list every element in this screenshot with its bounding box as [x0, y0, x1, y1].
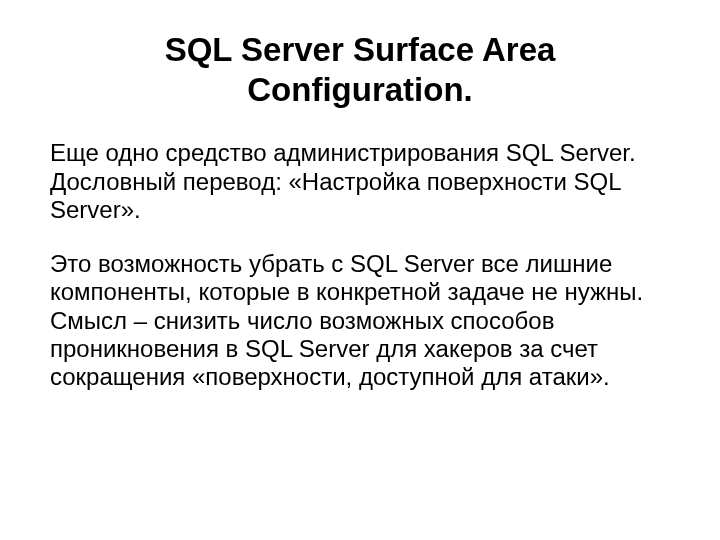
slide-title: SQL Server Surface Area Configuration.: [50, 30, 670, 109]
slide-container: SQL Server Surface Area Configuration. Е…: [0, 0, 720, 540]
paragraph-2: Это возможность убрать с SQL Server все …: [50, 250, 670, 392]
paragraph-1: Еще одно средство администрирования SQL …: [50, 139, 670, 224]
